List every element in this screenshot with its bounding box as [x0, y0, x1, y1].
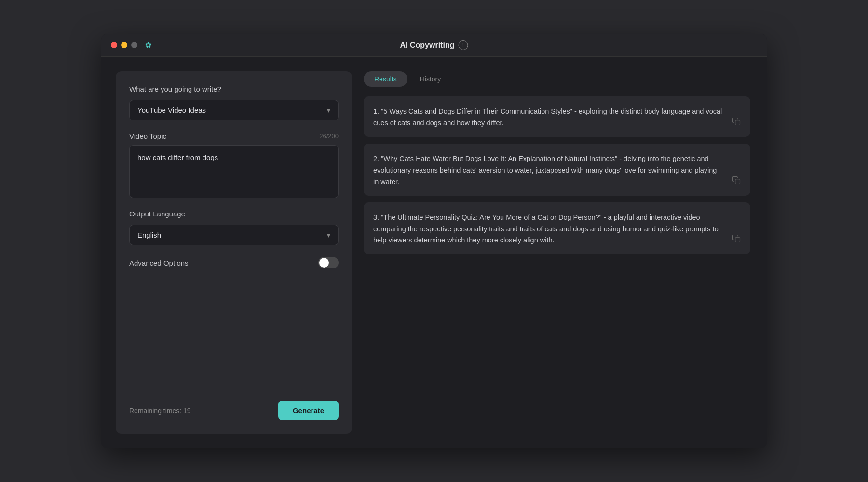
- svg-rect-0: [735, 120, 740, 125]
- titlebar-center: AI Copywriting !: [400, 40, 468, 50]
- svg-rect-2: [735, 238, 740, 242]
- bottom-row: Remaining times: 19 Generate: [129, 401, 339, 420]
- result-card-1: 1. "5 Ways Cats and Dogs Differ in Their…: [364, 96, 750, 137]
- topic-header: Video Topic 26/200: [129, 132, 339, 140]
- close-button[interactable]: [111, 42, 117, 48]
- copy-button-3[interactable]: [730, 232, 743, 247]
- pin-icon[interactable]: ✿: [145, 40, 151, 50]
- info-icon[interactable]: !: [458, 40, 468, 50]
- app-window: ✿ AI Copywriting ! What are you going to…: [101, 34, 767, 448]
- chevron-down-icon: ▾: [327, 107, 330, 114]
- result-text-1: 1. "5 Ways Cats and Dogs Differ in Their…: [373, 106, 741, 129]
- fullscreen-button[interactable]: [131, 42, 137, 48]
- generate-button[interactable]: Generate: [278, 401, 339, 420]
- advanced-options-toggle[interactable]: [318, 257, 339, 268]
- right-panel: Results History 1. "5 Ways Cats and Dogs…: [364, 71, 752, 434]
- tab-history[interactable]: History: [409, 71, 452, 87]
- app-title: AI Copywriting: [400, 41, 455, 50]
- left-panel: What are you going to write? YouTube Vid…: [116, 71, 352, 434]
- topic-textarea[interactable]: how cats differ from dogs: [129, 145, 339, 198]
- titlebar: ✿ AI Copywriting !: [101, 34, 767, 57]
- info-symbol: !: [462, 42, 464, 49]
- language-dropdown[interactable]: English ▾: [129, 225, 339, 245]
- tab-results[interactable]: Results: [364, 71, 407, 87]
- topic-label: Video Topic: [129, 132, 166, 140]
- output-language-label: Output Language: [129, 210, 339, 218]
- svg-rect-1: [735, 179, 740, 184]
- copy-button-2[interactable]: [730, 174, 743, 189]
- result-card-3: 3. "The Ultimate Personality Quiz: Are Y…: [364, 202, 750, 254]
- language-value: English: [137, 231, 161, 239]
- char-count: 26/200: [319, 133, 339, 140]
- write-label: What are you going to write?: [129, 85, 339, 93]
- remaining-times: Remaining times: 19: [129, 407, 191, 415]
- advanced-options-label: Advanced Options: [129, 259, 189, 267]
- results-list: 1. "5 Ways Cats and Dogs Differ in Their…: [364, 96, 752, 434]
- main-content: What are you going to write? YouTube Vid…: [101, 57, 767, 448]
- toggle-knob: [319, 258, 329, 268]
- result-card-2: 2. "Why Cats Hate Water But Dogs Love It…: [364, 144, 750, 196]
- result-text-3: 3. "The Ultimate Personality Quiz: Are Y…: [373, 212, 741, 247]
- language-chevron-icon: ▾: [327, 231, 330, 239]
- write-type-dropdown[interactable]: YouTube Video Ideas ▾: [129, 100, 339, 120]
- traffic-lights: ✿: [111, 40, 151, 50]
- copy-button-1[interactable]: [730, 115, 743, 130]
- write-type-value: YouTube Video Ideas: [137, 106, 206, 114]
- result-text-2: 2. "Why Cats Hate Water But Dogs Love It…: [373, 153, 741, 188]
- tabs: Results History: [364, 71, 752, 87]
- minimize-button[interactable]: [121, 42, 127, 48]
- advanced-options-row: Advanced Options: [129, 257, 339, 268]
